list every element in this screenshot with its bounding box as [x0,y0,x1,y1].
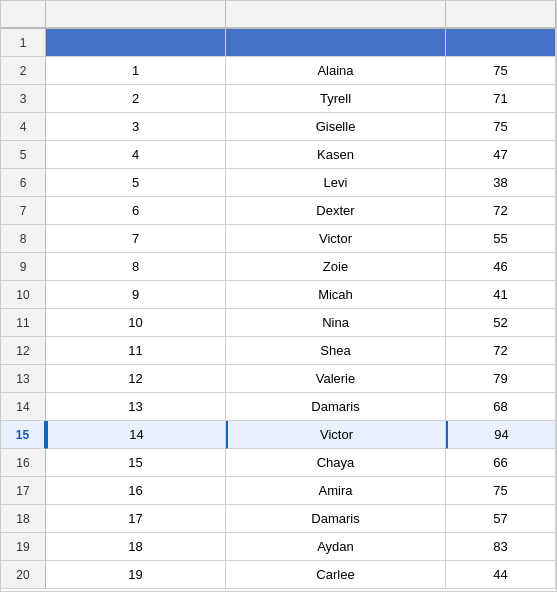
col-header-a[interactable] [46,1,226,29]
cell-roll-3[interactable]: 2 [46,85,226,113]
cell-score-20[interactable]: 44 [446,561,556,589]
header-roll-number[interactable] [46,29,226,57]
cell-score-15[interactable]: 94 [446,421,556,449]
cell-name-8[interactable]: Victor [226,225,446,253]
cell-score-7[interactable]: 72 [446,197,556,225]
row-num-13[interactable]: 13 [1,365,46,393]
cell-score-8[interactable]: 55 [446,225,556,253]
row-num-16[interactable]: 16 [1,449,46,477]
cell-name-11[interactable]: Nina [226,309,446,337]
row-num-2[interactable]: 2 [1,57,46,85]
cell-name-18[interactable]: Damaris [226,505,446,533]
cell-roll-5[interactable]: 4 [46,141,226,169]
cell-score-19[interactable]: 83 [446,533,556,561]
cell-score-13[interactable]: 79 [446,365,556,393]
cell-roll-18[interactable]: 17 [46,505,226,533]
row-num-14[interactable]: 14 [1,393,46,421]
spreadsheet: 1 21Alaina7532Tyrell7143Giselle7554Kasen… [0,0,557,592]
row-num-12[interactable]: 12 [1,337,46,365]
cell-score-9[interactable]: 46 [446,253,556,281]
row-num-4[interactable]: 4 [1,113,46,141]
cell-name-14[interactable]: Damaris [226,393,446,421]
cell-name-6[interactable]: Levi [226,169,446,197]
cell-roll-11[interactable]: 10 [46,309,226,337]
cell-roll-6[interactable]: 5 [46,169,226,197]
cell-roll-10[interactable]: 9 [46,281,226,309]
header-name[interactable] [226,29,446,57]
row-num-20[interactable]: 20 [1,561,46,589]
cell-score-16[interactable]: 66 [446,449,556,477]
cell-roll-8[interactable]: 7 [46,225,226,253]
cell-score-17[interactable]: 75 [446,477,556,505]
cell-score-14[interactable]: 68 [446,393,556,421]
header-score[interactable] [446,29,556,57]
cell-roll-15[interactable]: 14 [46,421,226,449]
cell-score-5[interactable]: 47 [446,141,556,169]
cell-name-3[interactable]: Tyrell [226,85,446,113]
row-num-9[interactable]: 9 [1,253,46,281]
cell-name-13[interactable]: Valerie [226,365,446,393]
cell-name-19[interactable]: Aydan [226,533,446,561]
row-num-7[interactable]: 7 [1,197,46,225]
row-num-10[interactable]: 10 [1,281,46,309]
cell-score-4[interactable]: 75 [446,113,556,141]
cell-roll-9[interactable]: 8 [46,253,226,281]
cell-name-9[interactable]: Zoie [226,253,446,281]
row-num-19[interactable]: 19 [1,533,46,561]
cell-name-15[interactable]: Victor [226,421,446,449]
cell-name-5[interactable]: Kasen [226,141,446,169]
cell-roll-14[interactable]: 13 [46,393,226,421]
corner-cell [1,1,46,29]
cell-name-10[interactable]: Micah [226,281,446,309]
cell-name-12[interactable]: Shea [226,337,446,365]
row-num-11[interactable]: 11 [1,309,46,337]
cell-score-18[interactable]: 57 [446,505,556,533]
cell-name-16[interactable]: Chaya [226,449,446,477]
cell-score-12[interactable]: 72 [446,337,556,365]
cell-score-11[interactable]: 52 [446,309,556,337]
cell-name-20[interactable]: Carlee [226,561,446,589]
data-rows: 21Alaina7532Tyrell7143Giselle7554Kasen47… [1,57,556,589]
sheet-grid: 1 [1,1,556,57]
row-num-15[interactable]: 15 [1,421,46,449]
cell-roll-12[interactable]: 11 [46,337,226,365]
row-num-8[interactable]: 8 [1,225,46,253]
cell-name-4[interactable]: Giselle [226,113,446,141]
row-num-1[interactable]: 1 [1,29,46,57]
cell-roll-2[interactable]: 1 [46,57,226,85]
row-num-5[interactable]: 5 [1,141,46,169]
cell-roll-7[interactable]: 6 [46,197,226,225]
row-num-6[interactable]: 6 [1,169,46,197]
cell-roll-17[interactable]: 16 [46,477,226,505]
cell-name-2[interactable]: Alaina [226,57,446,85]
cell-name-17[interactable]: Amira [226,477,446,505]
row-num-3[interactable]: 3 [1,85,46,113]
cell-score-3[interactable]: 71 [446,85,556,113]
cell-roll-16[interactable]: 15 [46,449,226,477]
cell-roll-13[interactable]: 12 [46,365,226,393]
cell-name-7[interactable]: Dexter [226,197,446,225]
cell-roll-19[interactable]: 18 [46,533,226,561]
col-header-c[interactable] [446,1,556,29]
row-num-18[interactable]: 18 [1,505,46,533]
cell-roll-20[interactable]: 19 [46,561,226,589]
cell-score-10[interactable]: 41 [446,281,556,309]
row-num-17[interactable]: 17 [1,477,46,505]
cell-score-2[interactable]: 75 [446,57,556,85]
cell-roll-4[interactable]: 3 [46,113,226,141]
col-header-b[interactable] [226,1,446,29]
cell-score-6[interactable]: 38 [446,169,556,197]
